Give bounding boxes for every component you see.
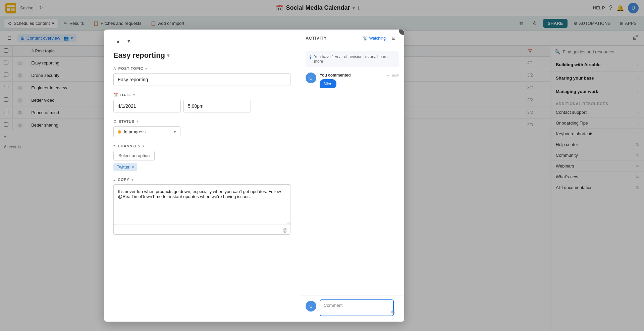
revision-notice: ℹ You have 1 year of revision history. L… xyxy=(306,51,399,67)
twitter-channel-tag: Twitter × xyxy=(113,163,137,171)
comment-avatar: U xyxy=(306,73,316,83)
date-row xyxy=(113,100,290,112)
watching-button[interactable]: 📡 Watching xyxy=(363,36,386,41)
comment-input[interactable] xyxy=(320,299,394,316)
modal-navigation: ▲ ▼ xyxy=(113,36,290,46)
status-field-icon: ⊙ xyxy=(113,119,117,124)
time-input[interactable] xyxy=(183,100,251,112)
status-dot xyxy=(118,130,121,134)
copy-textarea-footer: @ xyxy=(114,226,290,234)
copy-field-container: It's never fun when products go down, es… xyxy=(113,184,290,235)
activity-footer: U @ xyxy=(300,295,404,322)
remove-twitter-button[interactable]: × xyxy=(131,165,134,170)
channels-options: Select an option Twitter × xyxy=(113,151,290,171)
prev-record-button[interactable]: ▲ xyxy=(113,36,123,46)
comment-bubble: Nice xyxy=(320,79,336,88)
date-input[interactable] xyxy=(113,100,181,112)
status-select-caret: ▾ xyxy=(174,129,176,134)
channels-field-label: ≡ CHANNELS ▾ xyxy=(113,144,290,148)
activity-expand-button[interactable]: ⊡ xyxy=(388,34,399,43)
comment-item: U You commented ··· now Nice xyxy=(306,73,399,88)
next-record-button[interactable]: ▼ xyxy=(124,36,133,46)
modal-overlay: × ▲ ▼ Easy reporting ▾ A POST TOPIC ▾ 📅 … xyxy=(0,0,644,331)
channels-field-icon: ≡ xyxy=(113,144,116,148)
status-caret: ▾ xyxy=(137,120,139,123)
copy-textarea[interactable]: It's never fun when products go down, es… xyxy=(114,185,290,225)
comment-time: now xyxy=(392,73,399,77)
post-topic-field-icon: A xyxy=(113,66,116,70)
post-topic-field-label: A POST TOPIC ▾ xyxy=(113,66,290,70)
date-field-label: 📅 DATE ▾ xyxy=(113,93,290,97)
copy-caret: ▾ xyxy=(131,178,133,182)
watching-icon: 📡 xyxy=(363,36,368,41)
at-icon: @ xyxy=(283,228,287,233)
comment-options-button[interactable]: ··· xyxy=(385,73,389,78)
post-topic-caret: ▾ xyxy=(145,67,147,70)
modal-title-caret[interactable]: ▾ xyxy=(167,53,169,58)
copy-field-icon: ≡ xyxy=(113,178,116,182)
comment-input-wrapper: @ xyxy=(320,299,399,318)
date-caret: ▾ xyxy=(133,93,135,97)
comment-at-icon: @ xyxy=(391,309,395,314)
activity-panel: ACTIVITY 📡 Watching ⊡ ℹ You have 1 year … xyxy=(300,30,404,322)
channels-select-button[interactable]: Select an option xyxy=(113,151,155,160)
record-modal: × ▲ ▼ Easy reporting ▾ A POST TOPIC ▾ 📅 … xyxy=(104,30,404,322)
comment-user: You commented xyxy=(320,73,351,78)
comment-meta: You commented ··· now xyxy=(320,73,399,78)
copy-field-label: ≡ COPY ▾ xyxy=(113,178,290,182)
activity-header: ACTIVITY 📡 Watching ⊡ xyxy=(300,30,404,47)
channels-caret: ▾ xyxy=(143,144,145,148)
modal-left: ▲ ▼ Easy reporting ▾ A POST TOPIC ▾ 📅 DA… xyxy=(104,30,300,322)
activity-body: ℹ You have 1 year of revision history. L… xyxy=(300,47,404,295)
user-comment-avatar: U xyxy=(306,301,316,312)
comment-content: You commented ··· now Nice xyxy=(320,73,399,88)
date-field-icon: 📅 xyxy=(113,93,118,97)
status-field-label: ⊙ STATUS ▾ xyxy=(113,119,290,124)
info-circle-icon: ℹ xyxy=(310,55,311,64)
activity-title: ACTIVITY xyxy=(306,36,327,41)
modal-title-area: Easy reporting ▾ xyxy=(113,51,290,60)
post-topic-input[interactable] xyxy=(113,73,290,86)
modal-title-text: Easy reporting xyxy=(113,51,165,60)
status-select[interactable]: In progress ▾ xyxy=(113,126,180,137)
